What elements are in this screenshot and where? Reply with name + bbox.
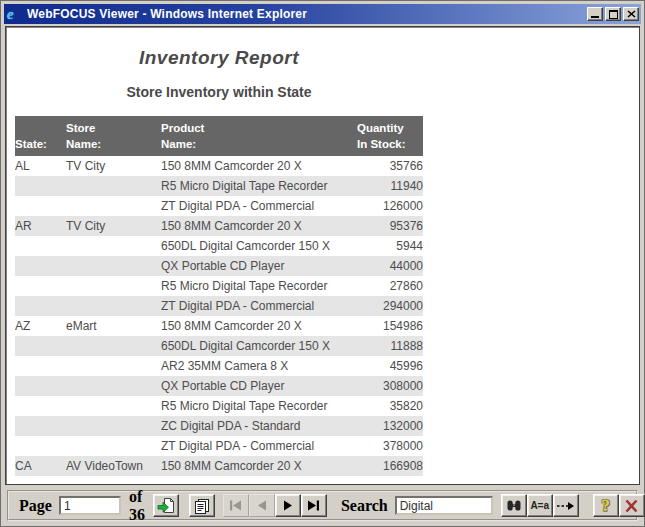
first-page-icon	[229, 500, 242, 511]
maximize-button[interactable]	[605, 7, 621, 21]
quantity-cell: 166908	[357, 456, 423, 476]
page-total-label: of 36	[129, 488, 145, 524]
state-cell	[15, 336, 66, 356]
state-cell	[15, 276, 66, 296]
store-name-cell	[66, 236, 161, 256]
store-name-cell	[66, 276, 161, 296]
first-page-button[interactable]	[223, 494, 249, 517]
search-direction-button[interactable]	[553, 494, 579, 517]
table-row: ZT Digital PDA - Commercial 378000	[15, 436, 423, 456]
product-name-cell: ZC Digital PDA - Standard	[161, 416, 357, 436]
state-cell	[15, 356, 66, 376]
internet-explorer-icon: e	[7, 7, 22, 22]
state-cell: AR	[15, 216, 66, 236]
store-name-cell	[66, 376, 161, 396]
table-row: R5 Micro Digital Tape Recorder 27860	[15, 276, 423, 296]
previous-page-icon	[257, 500, 267, 511]
state-cell	[15, 236, 66, 256]
next-page-icon	[283, 500, 293, 511]
table-row: ZT Digital PDA - Commercial 126000	[15, 196, 423, 216]
last-page-button[interactable]	[301, 494, 327, 517]
search-label: Search	[341, 497, 388, 515]
product-name-cell: QX Portable CD Player	[161, 376, 357, 396]
table-row: QX Portable CD Player 308000	[15, 376, 423, 396]
table-row: R5 Micro Digital Tape Recorder 11940	[15, 176, 423, 196]
match-case-button[interactable]: A=a	[527, 494, 553, 517]
close-viewer-button[interactable]	[619, 494, 645, 517]
store-name-cell	[66, 416, 161, 436]
all-pages-icon	[193, 498, 210, 514]
help-icon: ?	[601, 497, 610, 514]
store-name-cell: TV City	[66, 156, 161, 176]
product-name-cell: 650DL Digital Camcorder 150 X	[161, 236, 357, 256]
quantity-cell: 294000	[357, 296, 423, 316]
help-button[interactable]: ?	[593, 494, 619, 517]
inventory-table-body: AL TV City 150 8MM Camcorder 20 X 35766 …	[15, 156, 423, 476]
toolbar-tray: Page of 36	[7, 490, 638, 521]
product-name-cell: AR2 35MM Camera 8 X	[161, 356, 357, 376]
table-row: 650DL Digital Camcorder 150 X 11888	[15, 336, 423, 356]
previous-page-button[interactable]	[249, 494, 275, 517]
product-name-cell: R5 Micro Digital Tape Recorder	[161, 176, 357, 196]
quantity-cell: 95376	[357, 216, 423, 236]
match-case-icon: A=a	[530, 500, 549, 511]
quantity-cell: 11888	[357, 336, 423, 356]
maximize-icon	[609, 10, 618, 19]
product-name-cell: ZT Digital PDA - Commercial	[161, 296, 357, 316]
product-name-cell: 150 8MM Camcorder 20 X	[161, 156, 357, 176]
table-row: ZC Digital PDA - Standard 132000	[15, 416, 423, 436]
product-name-cell: R5 Micro Digital Tape Recorder	[161, 276, 357, 296]
store-name-cell	[66, 356, 161, 376]
state-cell: CA	[15, 456, 66, 476]
state-cell	[15, 296, 66, 316]
minimize-button[interactable]	[587, 7, 603, 21]
table-row: 650DL Digital Camcorder 150 X 5944	[15, 236, 423, 256]
quantity-cell: 154986	[357, 316, 423, 336]
table-row: AL TV City 150 8MM Camcorder 20 X 35766	[15, 156, 423, 176]
state-cell	[15, 256, 66, 276]
store-name-cell: TV City	[66, 216, 161, 236]
state-cell	[15, 176, 66, 196]
last-page-icon	[307, 500, 320, 511]
quantity-cell: 27860	[357, 276, 423, 296]
next-page-button[interactable]	[275, 494, 301, 517]
inventory-report: Inventory Report Store Inventory within …	[6, 27, 423, 476]
store-name-cell	[66, 196, 161, 216]
product-name-cell: 150 8MM Camcorder 20 X	[161, 316, 357, 336]
inventory-table: State: Store Name: Product Name: Quantit…	[15, 116, 423, 476]
quantity-cell: 44000	[357, 256, 423, 276]
table-row: ZT Digital PDA - Commercial 294000	[15, 296, 423, 316]
close-viewer-x-icon	[624, 499, 639, 513]
store-name-cell	[66, 336, 161, 356]
browser-window: e WebFOCUS Viewer - Windows Internet Exp…	[0, 0, 645, 527]
page-number-input[interactable]	[59, 496, 121, 515]
title-bar[interactable]: e WebFOCUS Viewer - Windows Internet Exp…	[4, 4, 641, 24]
window-title: WebFOCUS Viewer - Windows Internet Explo…	[27, 7, 585, 21]
all-pages-button[interactable]	[189, 494, 215, 517]
find-button[interactable]	[501, 494, 527, 517]
report-viewport: Inventory Report Store Inventory within …	[5, 26, 640, 485]
state-cell: AL	[15, 156, 66, 176]
search-input[interactable]	[395, 496, 493, 515]
product-name-cell: R5 Micro Digital Tape Recorder	[161, 396, 357, 416]
go-to-page-button[interactable]	[153, 494, 179, 517]
quantity-cell: 132000	[357, 416, 423, 436]
quantity-cell: 35766	[357, 156, 423, 176]
close-button[interactable]	[623, 7, 639, 21]
quantity-cell: 126000	[357, 196, 423, 216]
state-cell	[15, 396, 66, 416]
column-header-quantity-in-stock: Quantity In Stock:	[357, 116, 423, 156]
quantity-cell: 5944	[357, 236, 423, 256]
quantity-cell: 45996	[357, 356, 423, 376]
product-name-cell: ZT Digital PDA - Commercial	[161, 436, 357, 456]
quantity-cell: 35820	[357, 396, 423, 416]
state-cell	[15, 436, 66, 456]
state-cell	[15, 376, 66, 396]
store-name-cell: eMart	[66, 316, 161, 336]
table-row: AZ eMart 150 8MM Camcorder 20 X 154986	[15, 316, 423, 336]
state-cell: AZ	[15, 316, 66, 336]
product-name-cell: ZT Digital PDA - Commercial	[161, 196, 357, 216]
binoculars-icon	[506, 499, 522, 512]
column-header-state: State:	[15, 116, 66, 156]
product-name-cell: 150 8MM Camcorder 20 X	[161, 456, 357, 476]
